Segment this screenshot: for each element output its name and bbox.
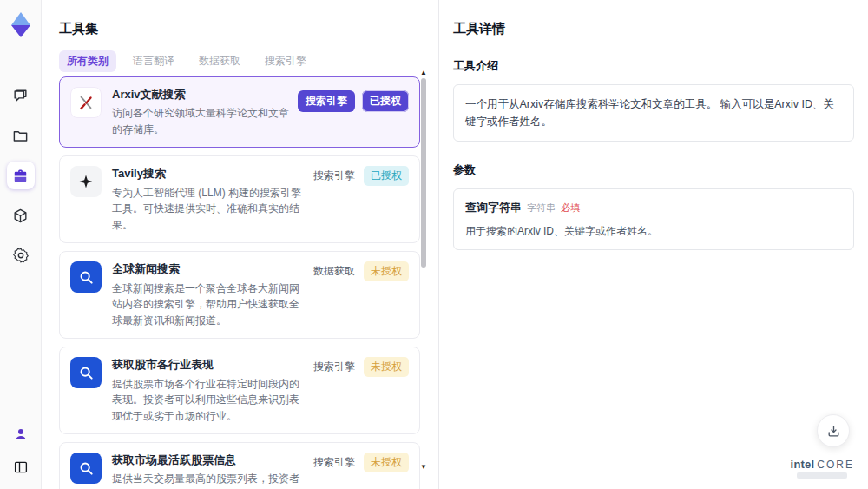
download-icon (826, 424, 841, 439)
left-sidebar (0, 0, 42, 489)
app-logo-icon (8, 10, 34, 40)
arxiv-icon (70, 87, 102, 118)
panel-toggle-icon[interactable] (7, 456, 35, 479)
tool-card-arxiv[interactable]: Arxiv文献搜索 访问各个研究领域大量科学论文和文章的存储库。 搜索引擎 已授… (59, 76, 420, 148)
toolset-title: 工具集 (59, 21, 98, 37)
chat-icon[interactable] (7, 82, 35, 109)
news-search-icon (70, 453, 102, 484)
param-type: 字符串 (527, 202, 556, 215)
category-label: 数据获取 (313, 264, 355, 279)
intel-wordmark: intel (791, 458, 815, 471)
settings-gear-icon[interactable] (7, 241, 35, 269)
toolbox-icon[interactable] (7, 162, 35, 189)
sparkle-icon (70, 166, 102, 197)
status-badge: 未授权 (364, 357, 409, 377)
param-description: 用于搜索的Arxiv ID、关键字或作者姓名。 (465, 223, 842, 239)
tool-description: 全球新闻搜索是一个聚合全球各大新闻网站内容的搜索引擎，帮助用户快速获取全球最新资… (112, 281, 306, 329)
category-label: 搜索引擎 (313, 169, 355, 183)
tool-list: Arxiv文献搜索 访问各个研究领域大量科学论文和文章的存储库。 搜索引擎 已授… (59, 76, 420, 489)
tool-card-stock-sectors[interactable]: 获取股市各行业表现 提供股票市场各个行业在特定时间段内的表现。投资者可以利用这些… (59, 347, 420, 434)
tool-name: 获取股市各行业表现 (112, 357, 306, 373)
tab-language-translation[interactable]: 语言翻译 (125, 50, 182, 72)
tool-card-tavily[interactable]: Tavily搜索 专为人工智能代理 (LLM) 构建的搜索引擎工具。可快速提供实… (59, 155, 420, 243)
scrollbar-thumb[interactable] (421, 78, 426, 268)
tool-description: 专为人工智能代理 (LLM) 构建的搜索引擎工具。可快速提供实时、准确和真实的结… (112, 185, 306, 234)
category-label: 搜索引擎 (313, 455, 355, 470)
param-card: 查询字符串 字符串 必填 用于搜索的Arxiv ID、关键字或作者姓名。 (453, 188, 854, 250)
detail-title: 工具详情 (453, 21, 854, 37)
tool-detail-panel: 工具详情 工具介绍 一个用于从Arxiv存储库搜索科学论文和文章的工具。 输入可… (438, 0, 868, 489)
param-name: 查询字符串 (465, 200, 522, 215)
tool-description: 提供股票市场各个行业在特定时间段内的表现。投资者可以利用这些信息来识别表现优于或… (112, 376, 306, 425)
status-badge: 未授权 (364, 453, 409, 472)
tool-name: 获取市场最活跃股票信息 (112, 453, 306, 468)
news-search-icon (70, 261, 102, 293)
folder-icon[interactable] (7, 122, 35, 149)
intro-heading: 工具介绍 (453, 58, 854, 74)
param-required-badge: 必填 (561, 202, 580, 215)
tab-search-engine[interactable]: 搜索引擎 (257, 50, 314, 72)
tool-name: Tavily搜索 (112, 166, 306, 182)
intel-subtext-blur (797, 472, 847, 479)
tool-name: 全球新闻搜索 (112, 261, 306, 277)
tool-card-global-news[interactable]: 全球新闻搜索 全球新闻搜索是一个聚合全球各大新闻网站内容的搜索引擎，帮助用户快速… (59, 251, 420, 339)
category-tabs: 所有类别 语言翻译 数据获取 搜索引擎 (59, 50, 314, 72)
status-badge: 已授权 (364, 166, 409, 186)
intel-core-logo: intelCORE (791, 458, 854, 479)
scroll-down-arrow[interactable]: ▼ (420, 464, 427, 471)
news-search-icon (70, 357, 102, 388)
core-wordmark: CORE (817, 459, 854, 471)
tool-card-active-stocks[interactable]: 获取市场最活跃股票信息 提供当天交易量最高的股票列表，投资者可以利用这些信息来识… (59, 442, 420, 489)
tool-description: 访问各个研究领域大量科学论文和文章的存储库。 (112, 105, 291, 137)
tab-data-fetching[interactable]: 数据获取 (191, 50, 248, 72)
intro-text-box: 一个用于从Arxiv存储库搜索科学论文和文章的工具。 输入可以是Arxiv ID… (453, 84, 854, 142)
category-label: 搜索引擎 (313, 360, 355, 374)
params-heading: 参数 (453, 162, 854, 178)
package-icon[interactable] (7, 202, 35, 229)
download-button[interactable] (817, 414, 850, 447)
tool-name: Arxiv文献搜索 (112, 87, 291, 102)
tool-description: 提供当天交易量最高的股票列表，投资者可以利用这些信息来识别流动性强的股票和潜在的… (112, 471, 306, 489)
status-badge: 未授权 (364, 261, 409, 281)
status-badge: 已授权 (362, 90, 409, 112)
list-scrollbar[interactable]: ▲ ▼ (420, 71, 427, 484)
user-avatar-icon[interactable] (7, 423, 35, 446)
toolset-panel: 工具集 所有类别 语言翻译 数据获取 搜索引擎 Arxiv文献搜索 访问各个研究… (42, 0, 438, 489)
scroll-up-arrow[interactable]: ▲ (420, 69, 427, 76)
tab-all-categories[interactable]: 所有类别 (59, 50, 116, 72)
category-badge: 搜索引擎 (298, 90, 355, 112)
